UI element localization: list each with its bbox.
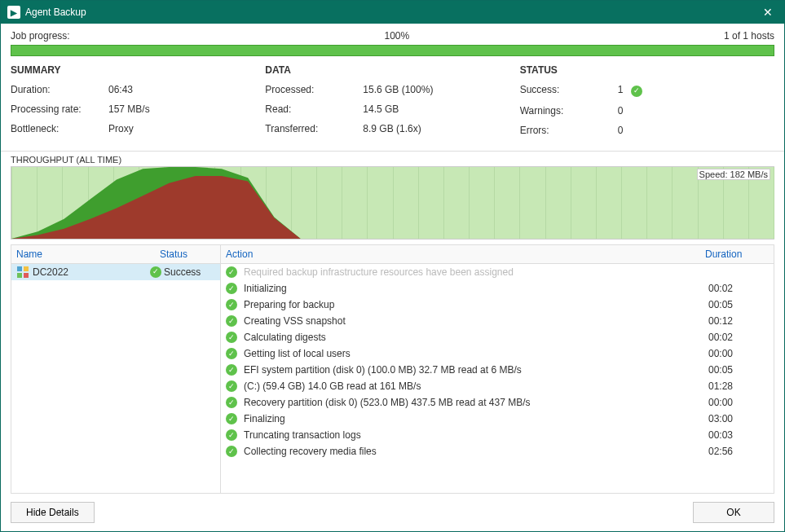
action-text: Recovery partition (disk 0) (523.0 MB) 4… xyxy=(244,397,708,408)
warnings-label: Warnings: xyxy=(520,105,618,117)
rate-label: Processing rate: xyxy=(11,103,108,115)
processed-value: 15.6 GB (100%) xyxy=(363,84,433,95)
success-check-icon: ✓ xyxy=(226,363,239,376)
transferred-value: 8.9 GB (1.6x) xyxy=(363,123,421,134)
action-duration: 02:56 xyxy=(708,446,769,457)
action-row[interactable]: ✓Getting list of local users00:00 xyxy=(221,345,774,362)
duration-value: 06:43 xyxy=(108,84,133,95)
host-header: Name Status xyxy=(11,245,220,264)
action-text: EFI system partition (disk 0) (100.0 MB)… xyxy=(244,364,708,376)
success-check-icon: ✓ xyxy=(226,314,239,328)
chart-svg xyxy=(11,167,774,239)
content: Job progress: 100% 1 of 1 hosts SUMMARY … xyxy=(1,24,784,531)
action-row[interactable]: ✓EFI system partition (disk 0) (100.0 MB… xyxy=(221,362,774,378)
action-text: Required backup infrastructure resources… xyxy=(244,266,708,278)
success-check-icon: ✓ xyxy=(226,282,239,295)
action-text: Initializing xyxy=(244,283,708,294)
read-value: 14.5 GB xyxy=(363,103,399,115)
success-check-icon: ✓ xyxy=(226,445,239,458)
action-row[interactable]: ✓Finalizing03:00 xyxy=(221,411,774,427)
success-check-icon: ✓ xyxy=(631,86,642,97)
close-button[interactable]: ✕ xyxy=(758,6,778,19)
agent-backup-window: ▶ Agent Backup ✕ Job progress: 100% 1 of… xyxy=(0,0,785,532)
action-row[interactable]: ✓Creating VSS snapshot00:12 xyxy=(221,313,774,329)
host-status: ✓Success xyxy=(150,266,215,278)
success-check-icon: ✓ xyxy=(150,266,161,278)
throughput-heading: THROUGHPUT (ALL TIME) xyxy=(1,152,784,166)
bottleneck-value: Proxy xyxy=(108,123,134,134)
action-row[interactable]: ✓(C:) (59.4 GB) 14.0 GB read at 161 MB/s… xyxy=(221,378,774,394)
success-check-icon: ✓ xyxy=(226,412,239,425)
progress-label: Job progress: xyxy=(11,30,70,42)
status-col: STATUS Success:1✓ Warnings:0 Errors:0 xyxy=(520,64,774,144)
success-check-icon: ✓ xyxy=(226,396,239,409)
action-duration: 00:05 xyxy=(708,364,769,376)
errors-label: Errors: xyxy=(520,125,618,136)
footer: Hide Details OK xyxy=(1,494,784,531)
action-panel: Action Duration ✓Required backup infrast… xyxy=(221,244,774,495)
action-text: Getting list of local users xyxy=(244,348,708,359)
action-text: Creating VSS snapshot xyxy=(244,315,708,327)
errors-value: 0 xyxy=(618,125,624,136)
success-label: Success: xyxy=(520,84,618,97)
action-row[interactable]: ✓Initializing00:02 xyxy=(221,280,774,297)
action-row[interactable]: ✓Required backup infrastructure resource… xyxy=(221,264,774,280)
host-body: DC2022✓Success xyxy=(11,264,220,280)
action-text: Calculating digests xyxy=(244,332,708,343)
read-label: Read: xyxy=(265,103,363,115)
host-row[interactable]: DC2022✓Success xyxy=(11,264,220,280)
action-body[interactable]: ✓Required backup infrastructure resource… xyxy=(221,264,774,494)
titlebar[interactable]: ▶ Agent Backup ✕ xyxy=(1,1,784,24)
bottleneck-label: Bottleneck: xyxy=(11,123,108,134)
processed-label: Processed: xyxy=(265,84,363,95)
action-col-duration[interactable]: Duration xyxy=(700,245,774,263)
success-check-icon: ✓ xyxy=(226,266,239,279)
action-duration: 01:28 xyxy=(708,380,769,392)
transferred-label: Transferred: xyxy=(265,123,363,134)
summary-col: SUMMARY Duration:06:43 Processing rate:1… xyxy=(11,64,265,144)
progress-hosts: 1 of 1 hosts xyxy=(724,30,774,42)
host-name: DC2022 xyxy=(33,266,150,278)
action-row[interactable]: ✓Calculating digests00:02 xyxy=(221,329,774,345)
throughput-chart: Speed: 182 MB/s xyxy=(11,166,774,240)
chart-speed-label: Speed: 182 MB/s xyxy=(697,169,770,180)
status-heading: STATUS xyxy=(520,64,758,76)
host-panel: Name Status DC2022✓Success xyxy=(11,244,221,495)
action-row[interactable]: ✓Recovery partition (disk 0) (523.0 MB) … xyxy=(221,394,774,411)
action-text: (C:) (59.4 GB) 14.0 GB read at 161 MB/s xyxy=(244,380,708,392)
host-col-name[interactable]: Name xyxy=(11,245,155,263)
hide-details-button[interactable]: Hide Details xyxy=(11,502,95,523)
action-row[interactable]: ✓Truncating transaction logs00:03 xyxy=(221,427,774,443)
action-duration: 03:00 xyxy=(708,413,769,424)
action-header: Action Duration xyxy=(221,245,774,264)
app-icon: ▶ xyxy=(7,6,20,19)
progress-row: Job progress: 100% 1 of 1 hosts xyxy=(1,24,784,45)
host-col-status[interactable]: Status xyxy=(155,245,220,263)
action-duration: 00:05 xyxy=(708,299,769,310)
window-title: Agent Backup xyxy=(25,7,758,18)
rate-value: 157 MB/s xyxy=(108,103,150,115)
success-check-icon: ✓ xyxy=(226,298,239,311)
progress-percent: 100% xyxy=(70,30,724,42)
progress-bar xyxy=(11,45,774,56)
action-row[interactable]: ✓Collecting recovery media files02:56 xyxy=(221,443,774,459)
stats-panel: SUMMARY Duration:06:43 Processing rate:1… xyxy=(1,64,784,152)
action-duration: 00:03 xyxy=(708,429,769,441)
ok-button[interactable]: OK xyxy=(693,502,774,523)
action-text: Truncating transaction logs xyxy=(244,429,708,441)
action-duration: 00:02 xyxy=(708,332,769,343)
action-duration: 00:00 xyxy=(708,348,769,359)
data-heading: DATA xyxy=(265,64,503,76)
action-col-action[interactable]: Action xyxy=(221,245,700,263)
success-check-icon: ✓ xyxy=(226,380,239,393)
action-duration: 00:00 xyxy=(708,397,769,408)
action-row[interactable]: ✓Preparing for backup00:05 xyxy=(221,297,774,313)
success-value: 1 xyxy=(618,84,624,97)
warnings-value: 0 xyxy=(618,105,624,117)
action-duration: 00:02 xyxy=(708,283,769,294)
server-icon xyxy=(16,266,29,279)
summary-heading: SUMMARY xyxy=(11,64,249,76)
duration-label: Duration: xyxy=(11,84,108,95)
action-text: Finalizing xyxy=(244,413,708,424)
success-check-icon: ✓ xyxy=(226,347,239,360)
